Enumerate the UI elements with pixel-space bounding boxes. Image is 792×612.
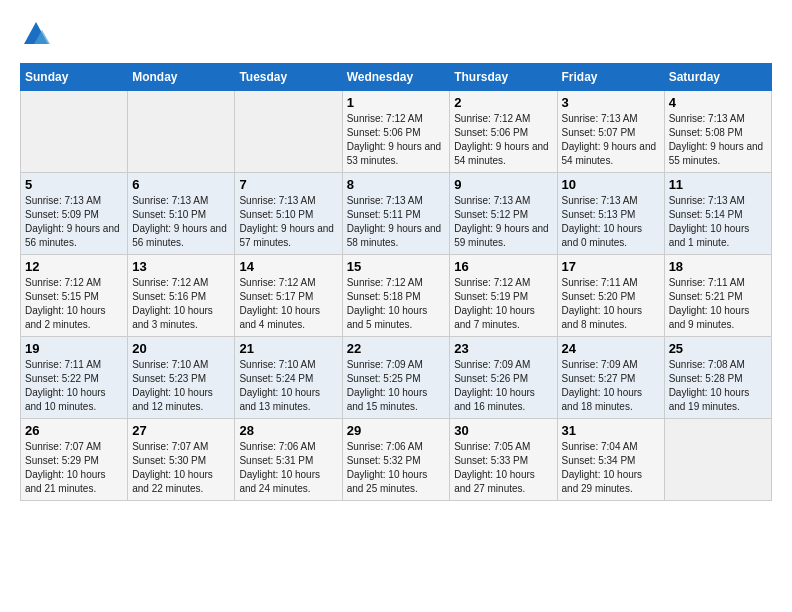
day-info: Sunrise: 7:09 AM Sunset: 5:25 PM Dayligh… <box>347 358 446 414</box>
day-info: Sunrise: 7:08 AM Sunset: 5:28 PM Dayligh… <box>669 358 767 414</box>
day-cell: 9Sunrise: 7:13 AM Sunset: 5:12 PM Daylig… <box>450 173 557 255</box>
day-info: Sunrise: 7:12 AM Sunset: 5:15 PM Dayligh… <box>25 276 123 332</box>
logo-icon <box>22 20 50 48</box>
day-number: 27 <box>132 423 230 438</box>
day-cell: 3Sunrise: 7:13 AM Sunset: 5:07 PM Daylig… <box>557 91 664 173</box>
day-number: 3 <box>562 95 660 110</box>
week-row-2: 5Sunrise: 7:13 AM Sunset: 5:09 PM Daylig… <box>21 173 772 255</box>
day-number: 10 <box>562 177 660 192</box>
logo <box>20 20 50 53</box>
day-number: 14 <box>239 259 337 274</box>
day-cell: 21Sunrise: 7:10 AM Sunset: 5:24 PM Dayli… <box>235 337 342 419</box>
day-info: Sunrise: 7:13 AM Sunset: 5:10 PM Dayligh… <box>132 194 230 250</box>
day-header-monday: Monday <box>128 64 235 91</box>
day-info: Sunrise: 7:11 AM Sunset: 5:21 PM Dayligh… <box>669 276 767 332</box>
day-info: Sunrise: 7:13 AM Sunset: 5:13 PM Dayligh… <box>562 194 660 250</box>
day-cell: 7Sunrise: 7:13 AM Sunset: 5:10 PM Daylig… <box>235 173 342 255</box>
day-info: Sunrise: 7:06 AM Sunset: 5:31 PM Dayligh… <box>239 440 337 496</box>
day-info: Sunrise: 7:10 AM Sunset: 5:23 PM Dayligh… <box>132 358 230 414</box>
day-number: 25 <box>669 341 767 356</box>
day-cell: 5Sunrise: 7:13 AM Sunset: 5:09 PM Daylig… <box>21 173 128 255</box>
day-cell: 16Sunrise: 7:12 AM Sunset: 5:19 PM Dayli… <box>450 255 557 337</box>
day-header-tuesday: Tuesday <box>235 64 342 91</box>
day-cell: 28Sunrise: 7:06 AM Sunset: 5:31 PM Dayli… <box>235 419 342 501</box>
day-number: 2 <box>454 95 552 110</box>
day-info: Sunrise: 7:13 AM Sunset: 5:07 PM Dayligh… <box>562 112 660 168</box>
day-info: Sunrise: 7:12 AM Sunset: 5:16 PM Dayligh… <box>132 276 230 332</box>
day-info: Sunrise: 7:07 AM Sunset: 5:30 PM Dayligh… <box>132 440 230 496</box>
day-number: 19 <box>25 341 123 356</box>
day-info: Sunrise: 7:12 AM Sunset: 5:06 PM Dayligh… <box>454 112 552 168</box>
day-cell: 1Sunrise: 7:12 AM Sunset: 5:06 PM Daylig… <box>342 91 450 173</box>
day-number: 12 <box>25 259 123 274</box>
day-cell: 17Sunrise: 7:11 AM Sunset: 5:20 PM Dayli… <box>557 255 664 337</box>
day-header-thursday: Thursday <box>450 64 557 91</box>
day-cell: 29Sunrise: 7:06 AM Sunset: 5:32 PM Dayli… <box>342 419 450 501</box>
day-number: 31 <box>562 423 660 438</box>
day-info: Sunrise: 7:12 AM Sunset: 5:06 PM Dayligh… <box>347 112 446 168</box>
day-cell: 31Sunrise: 7:04 AM Sunset: 5:34 PM Dayli… <box>557 419 664 501</box>
day-cell <box>664 419 771 501</box>
day-number: 29 <box>347 423 446 438</box>
week-row-4: 19Sunrise: 7:11 AM Sunset: 5:22 PM Dayli… <box>21 337 772 419</box>
day-cell <box>128 91 235 173</box>
day-cell: 25Sunrise: 7:08 AM Sunset: 5:28 PM Dayli… <box>664 337 771 419</box>
day-cell: 22Sunrise: 7:09 AM Sunset: 5:25 PM Dayli… <box>342 337 450 419</box>
day-info: Sunrise: 7:07 AM Sunset: 5:29 PM Dayligh… <box>25 440 123 496</box>
day-number: 26 <box>25 423 123 438</box>
day-number: 23 <box>454 341 552 356</box>
day-number: 30 <box>454 423 552 438</box>
day-cell <box>21 91 128 173</box>
day-number: 24 <box>562 341 660 356</box>
day-number: 18 <box>669 259 767 274</box>
day-cell: 2Sunrise: 7:12 AM Sunset: 5:06 PM Daylig… <box>450 91 557 173</box>
header <box>20 20 772 53</box>
day-cell <box>235 91 342 173</box>
day-cell: 14Sunrise: 7:12 AM Sunset: 5:17 PM Dayli… <box>235 255 342 337</box>
day-number: 9 <box>454 177 552 192</box>
day-number: 1 <box>347 95 446 110</box>
day-info: Sunrise: 7:13 AM Sunset: 5:09 PM Dayligh… <box>25 194 123 250</box>
day-info: Sunrise: 7:06 AM Sunset: 5:32 PM Dayligh… <box>347 440 446 496</box>
day-number: 22 <box>347 341 446 356</box>
day-cell: 8Sunrise: 7:13 AM Sunset: 5:11 PM Daylig… <box>342 173 450 255</box>
day-info: Sunrise: 7:11 AM Sunset: 5:22 PM Dayligh… <box>25 358 123 414</box>
day-info: Sunrise: 7:09 AM Sunset: 5:26 PM Dayligh… <box>454 358 552 414</box>
day-number: 21 <box>239 341 337 356</box>
day-info: Sunrise: 7:13 AM Sunset: 5:12 PM Dayligh… <box>454 194 552 250</box>
day-cell: 18Sunrise: 7:11 AM Sunset: 5:21 PM Dayli… <box>664 255 771 337</box>
day-info: Sunrise: 7:13 AM Sunset: 5:14 PM Dayligh… <box>669 194 767 250</box>
day-cell: 19Sunrise: 7:11 AM Sunset: 5:22 PM Dayli… <box>21 337 128 419</box>
day-cell: 23Sunrise: 7:09 AM Sunset: 5:26 PM Dayli… <box>450 337 557 419</box>
day-info: Sunrise: 7:13 AM Sunset: 5:08 PM Dayligh… <box>669 112 767 168</box>
day-number: 4 <box>669 95 767 110</box>
day-cell: 12Sunrise: 7:12 AM Sunset: 5:15 PM Dayli… <box>21 255 128 337</box>
day-number: 28 <box>239 423 337 438</box>
day-cell: 20Sunrise: 7:10 AM Sunset: 5:23 PM Dayli… <box>128 337 235 419</box>
day-info: Sunrise: 7:04 AM Sunset: 5:34 PM Dayligh… <box>562 440 660 496</box>
logo-text <box>20 20 50 53</box>
day-cell: 11Sunrise: 7:13 AM Sunset: 5:14 PM Dayli… <box>664 173 771 255</box>
week-row-5: 26Sunrise: 7:07 AM Sunset: 5:29 PM Dayli… <box>21 419 772 501</box>
day-number: 11 <box>669 177 767 192</box>
day-number: 6 <box>132 177 230 192</box>
day-info: Sunrise: 7:05 AM Sunset: 5:33 PM Dayligh… <box>454 440 552 496</box>
day-cell: 27Sunrise: 7:07 AM Sunset: 5:30 PM Dayli… <box>128 419 235 501</box>
day-cell: 10Sunrise: 7:13 AM Sunset: 5:13 PM Dayli… <box>557 173 664 255</box>
day-info: Sunrise: 7:13 AM Sunset: 5:11 PM Dayligh… <box>347 194 446 250</box>
day-header-wednesday: Wednesday <box>342 64 450 91</box>
day-info: Sunrise: 7:12 AM Sunset: 5:19 PM Dayligh… <box>454 276 552 332</box>
week-row-3: 12Sunrise: 7:12 AM Sunset: 5:15 PM Dayli… <box>21 255 772 337</box>
day-number: 20 <box>132 341 230 356</box>
day-info: Sunrise: 7:13 AM Sunset: 5:10 PM Dayligh… <box>239 194 337 250</box>
day-header-sunday: Sunday <box>21 64 128 91</box>
day-cell: 30Sunrise: 7:05 AM Sunset: 5:33 PM Dayli… <box>450 419 557 501</box>
day-cell: 15Sunrise: 7:12 AM Sunset: 5:18 PM Dayli… <box>342 255 450 337</box>
day-number: 15 <box>347 259 446 274</box>
day-info: Sunrise: 7:12 AM Sunset: 5:17 PM Dayligh… <box>239 276 337 332</box>
day-cell: 13Sunrise: 7:12 AM Sunset: 5:16 PM Dayli… <box>128 255 235 337</box>
day-info: Sunrise: 7:09 AM Sunset: 5:27 PM Dayligh… <box>562 358 660 414</box>
day-number: 13 <box>132 259 230 274</box>
day-header-friday: Friday <box>557 64 664 91</box>
week-row-1: 1Sunrise: 7:12 AM Sunset: 5:06 PM Daylig… <box>21 91 772 173</box>
